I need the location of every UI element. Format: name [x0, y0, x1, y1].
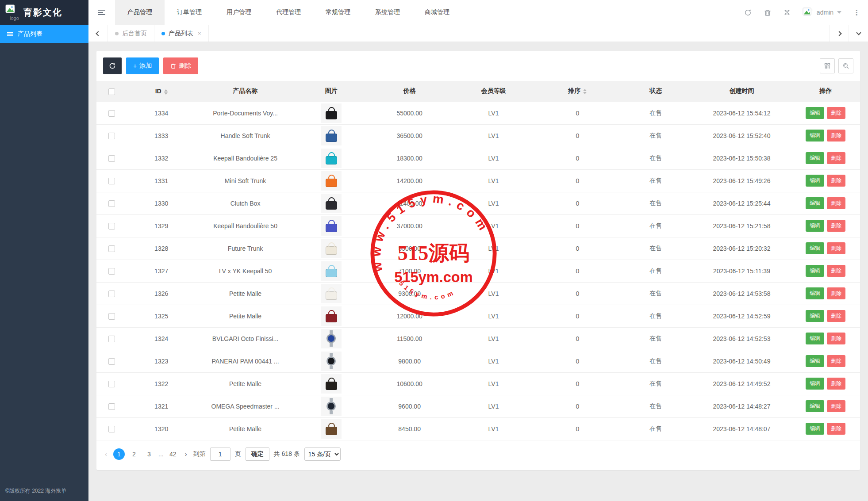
delete-button[interactable]: 删除 — [827, 423, 845, 435]
edit-button[interactable]: 编辑 — [806, 242, 824, 254]
row-checkbox[interactable] — [108, 336, 115, 342]
product-image[interactable] — [321, 239, 342, 258]
row-checkbox[interactable] — [108, 200, 115, 207]
nav-item[interactable]: 常规管理 — [313, 0, 363, 25]
trash-icon[interactable] — [764, 8, 772, 16]
column-header[interactable]: ID — [127, 81, 196, 102]
sort-icon[interactable] — [164, 89, 168, 95]
refresh-icon[interactable] — [744, 8, 752, 16]
delete-button[interactable]: 删除 — [827, 152, 845, 164]
row-checkbox[interactable] — [108, 155, 115, 162]
nav-item[interactable]: 产品管理 — [115, 0, 165, 25]
delete-button[interactable]: 删除 — [827, 130, 845, 142]
row-checkbox[interactable] — [108, 291, 115, 297]
delete-button[interactable]: 删除 — [827, 175, 845, 187]
columns-toggle-icon[interactable] — [820, 58, 835, 73]
product-image[interactable] — [321, 329, 342, 348]
page-size-select[interactable]: 15 条/页 — [304, 447, 341, 461]
delete-button[interactable]: 删除 — [827, 197, 845, 209]
edit-button[interactable]: 编辑 — [806, 107, 824, 119]
delete-button[interactable]: 删除 — [827, 242, 845, 254]
product-image[interactable] — [321, 126, 342, 145]
sidebar-item-product-list[interactable]: 产品列表 — [0, 25, 88, 43]
close-icon[interactable]: × — [198, 30, 201, 37]
row-checkbox[interactable] — [108, 223, 115, 229]
edit-button[interactable]: 编辑 — [806, 333, 824, 344]
row-checkbox[interactable] — [108, 268, 115, 275]
tabs-scroll-right-icon[interactable] — [829, 25, 849, 42]
sidebar-toggle-icon[interactable] — [88, 0, 115, 25]
next-page-icon[interactable]: › — [183, 450, 189, 458]
select-all-checkbox[interactable] — [108, 88, 115, 95]
delete-button[interactable]: 删除 — [827, 107, 845, 119]
edit-button[interactable]: 编辑 — [806, 310, 824, 322]
product-image[interactable] — [321, 306, 342, 326]
edit-button[interactable]: 编辑 — [806, 287, 824, 299]
refresh-button[interactable] — [103, 57, 122, 74]
delete-button[interactable]: 删除 — [827, 220, 845, 232]
nav-item[interactable]: 商城管理 — [412, 0, 462, 25]
product-image[interactable] — [321, 171, 342, 191]
row-checkbox[interactable] — [108, 403, 115, 410]
user-menu[interactable]: admin — [803, 8, 841, 17]
sort-icon[interactable] — [583, 89, 587, 94]
column-header[interactable]: 排序 — [535, 81, 619, 102]
delete-button[interactable]: 删除 — [827, 265, 845, 277]
edit-button[interactable]: 编辑 — [806, 423, 824, 435]
edit-button[interactable]: 编辑 — [806, 355, 824, 367]
page-number-button[interactable]: 2 — [128, 448, 140, 460]
goto-page-input[interactable] — [210, 447, 230, 461]
breadcrumb-tab[interactable]: 后台首页 — [108, 25, 154, 42]
edit-button[interactable]: 编辑 — [806, 152, 824, 164]
delete-button[interactable]: 删除 — [827, 378, 845, 390]
product-image[interactable] — [321, 284, 342, 303]
product-image[interactable] — [321, 419, 342, 439]
delete-button[interactable]: 删除 — [827, 287, 845, 299]
page-number-button[interactable]: 42 — [167, 448, 179, 460]
product-image[interactable] — [321, 397, 342, 416]
row-checkbox[interactable] — [108, 426, 115, 432]
nav-item[interactable]: 代理管理 — [264, 0, 313, 25]
edit-button[interactable]: 编辑 — [806, 197, 824, 209]
delete-button[interactable]: 删除 — [827, 400, 845, 412]
nav-item[interactable]: 订单管理 — [165, 0, 214, 25]
product-image[interactable] — [321, 261, 342, 281]
product-image[interactable] — [321, 194, 342, 213]
nav-item[interactable]: 用户管理 — [214, 0, 264, 25]
page-number-button[interactable]: 3 — [143, 448, 155, 460]
tabs-scroll-left-icon[interactable] — [88, 25, 108, 42]
row-checkbox[interactable] — [108, 178, 115, 184]
bulk-delete-button[interactable]: 删除 — [163, 57, 198, 74]
row-checkbox[interactable] — [108, 110, 115, 117]
product-image[interactable] — [321, 103, 342, 123]
row-checkbox[interactable] — [108, 381, 115, 387]
edit-button[interactable]: 编辑 — [806, 400, 824, 412]
row-checkbox[interactable] — [108, 245, 115, 252]
breadcrumb-tab[interactable]: 产品列表× — [154, 25, 209, 42]
page-number-button[interactable]: 1 — [113, 448, 125, 460]
open-tabs: 后台首页产品列表× — [108, 25, 209, 42]
edit-button[interactable]: 编辑 — [806, 130, 824, 142]
goto-confirm-button[interactable]: 确定 — [246, 447, 269, 461]
delete-button[interactable]: 删除 — [827, 310, 845, 322]
prev-page-icon[interactable]: ‹ — [103, 450, 109, 458]
tabs-menu-icon[interactable] — [849, 25, 868, 42]
more-menu-icon[interactable]: ⋮ — [853, 8, 860, 17]
fullscreen-icon[interactable] — [783, 8, 791, 16]
product-image[interactable] — [321, 352, 342, 371]
product-image[interactable] — [321, 374, 342, 394]
row-checkbox[interactable] — [108, 133, 115, 139]
nav-item[interactable]: 系统管理 — [363, 0, 412, 25]
delete-button[interactable]: 删除 — [827, 355, 845, 367]
delete-button[interactable]: 删除 — [827, 333, 845, 344]
row-checkbox[interactable] — [108, 358, 115, 365]
edit-button[interactable]: 编辑 — [806, 265, 824, 277]
search-icon[interactable] — [838, 58, 853, 73]
edit-button[interactable]: 编辑 — [806, 378, 824, 390]
edit-button[interactable]: 编辑 — [806, 220, 824, 232]
add-button[interactable]: +添加 — [126, 57, 159, 74]
product-image[interactable] — [321, 149, 342, 168]
row-checkbox[interactable] — [108, 313, 115, 320]
product-image[interactable] — [321, 216, 342, 236]
edit-button[interactable]: 编辑 — [806, 175, 824, 187]
